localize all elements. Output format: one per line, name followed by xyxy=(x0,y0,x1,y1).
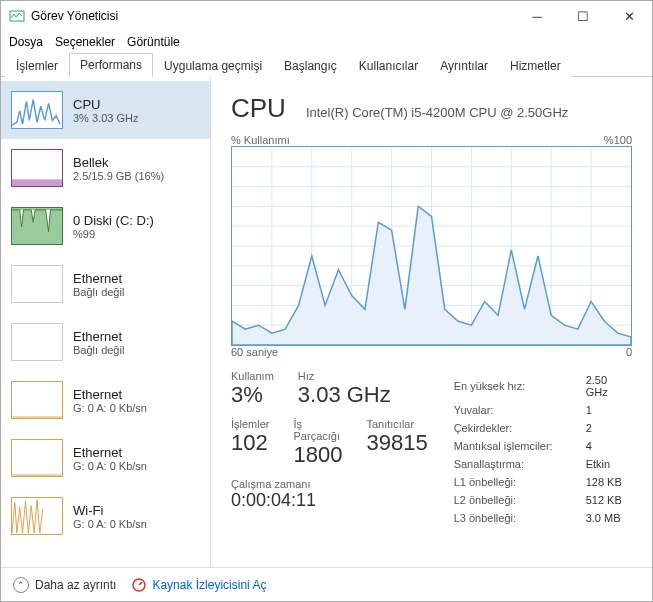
menu-view[interactable]: Görüntüle xyxy=(127,35,180,49)
menu-file[interactable]: Dosya xyxy=(9,35,43,49)
footer: ⌃ Daha az ayrıntı Kaynak İzleyicisini Aç xyxy=(1,567,652,601)
fewer-details-link[interactable]: ⌃ Daha az ayrıntı xyxy=(13,577,116,593)
sidebar-item-sub: Bağlı değil xyxy=(73,286,124,298)
sidebar-item-sub: G: 0 A: 0 Kb/sn xyxy=(73,402,147,414)
cores-label: Çekirdekler: xyxy=(454,420,584,436)
chart-bottom-left-label: 60 saniye xyxy=(231,346,278,358)
sidebar-item-label: Wi-Fi xyxy=(73,503,147,518)
menu-options[interactable]: Seçenekler xyxy=(55,35,115,49)
tab-details[interactable]: Ayrıntılar xyxy=(429,54,499,77)
sidebar-item-wifi[interactable]: Wi-FiG: 0 A: 0 Kb/sn xyxy=(1,487,210,545)
sidebar-item-cpu[interactable]: CPU3% 3.03 GHz xyxy=(1,81,210,139)
tab-users[interactable]: Kullanıcılar xyxy=(348,54,429,77)
logical-label: Mantıksal işlemciler: xyxy=(454,438,584,454)
open-resmon-label: Kaynak İzleyicisini Aç xyxy=(152,578,266,592)
l1-label: L1 önbelleği: xyxy=(454,474,584,490)
open-resmon-link[interactable]: Kaynak İzleyicisini Aç xyxy=(132,578,266,592)
main-header: CPU Intel(R) Core(TM) i5-4200M CPU @ 2.5… xyxy=(231,93,632,124)
l1-value: 128 KB xyxy=(586,474,630,490)
sidebar-item-ethernet-4[interactable]: EthernetG: 0 A: 0 Kb/sn xyxy=(1,429,210,487)
tab-performance[interactable]: Performans xyxy=(69,53,153,77)
window-controls: ─ ☐ ✕ xyxy=(514,1,652,31)
tab-startup[interactable]: Başlangıç xyxy=(273,54,348,77)
chart-top-right-label: %100 xyxy=(604,134,632,146)
svg-line-24 xyxy=(139,582,142,585)
sidebar-item-label: Ethernet xyxy=(73,387,147,402)
speed-value: 3.03 GHz xyxy=(298,382,391,408)
chart-bottom-right-label: 0 xyxy=(626,346,632,358)
thumb-ethernet xyxy=(11,323,63,361)
thumb-memory xyxy=(11,149,63,187)
uptime-value: 0:00:04:11 xyxy=(231,490,428,511)
threads-value: 1800 xyxy=(294,442,343,468)
processes-label: İşlemler xyxy=(231,418,270,430)
sidebar-item-label: Ethernet xyxy=(73,271,124,286)
titlebar: Görev Yöneticisi ─ ☐ ✕ xyxy=(1,1,652,31)
maximize-button[interactable]: ☐ xyxy=(560,1,606,31)
sidebar-item-label: Ethernet xyxy=(73,329,124,344)
sidebar-item-label: CPU xyxy=(73,97,138,112)
tab-processes[interactable]: İşlemler xyxy=(5,54,69,77)
main: CPU Intel(R) Core(TM) i5-4200M CPU @ 2.5… xyxy=(211,77,652,567)
fewer-details-label: Daha az ayrıntı xyxy=(35,578,116,592)
sidebar-item-ethernet-3[interactable]: EthernetG: 0 A: 0 Kb/sn xyxy=(1,371,210,429)
l2-label: L2 önbelleği: xyxy=(454,492,584,508)
sidebar-item-sub: 3% 3.03 GHz xyxy=(73,112,138,124)
l3-value: 3.0 MB xyxy=(586,510,630,526)
svg-rect-1 xyxy=(12,179,62,186)
chevron-up-icon: ⌃ xyxy=(13,577,29,593)
usage-value: 3% xyxy=(231,382,274,408)
sidebar-item-sub: 2.5/15.9 GB (16%) xyxy=(73,170,164,182)
stats: Kullanım3% Hız3.03 GHz İşlemler102 İş Pa… xyxy=(231,370,632,528)
thumb-cpu xyxy=(11,91,63,129)
l2-value: 512 KB xyxy=(586,492,630,508)
sidebar-item-ethernet-2[interactable]: EthernetBağlı değil xyxy=(1,313,210,371)
thumb-disk xyxy=(11,207,63,245)
resmon-icon xyxy=(132,578,146,592)
svg-rect-2 xyxy=(12,208,62,244)
sidebar-item-sub: G: 0 A: 0 Kb/sn xyxy=(73,460,147,472)
maxspeed-value: 2.50 GHz xyxy=(586,372,630,400)
page-title: CPU xyxy=(231,93,286,124)
specs: En yüksek hız:2.50 GHz Yuvalar:1 Çekirde… xyxy=(452,370,632,528)
menubar: Dosya Seçenekler Görüntüle xyxy=(1,31,652,53)
sockets-label: Yuvalar: xyxy=(454,402,584,418)
sockets-value: 1 xyxy=(586,402,630,418)
cpu-chart xyxy=(231,146,632,346)
thumb-ethernet xyxy=(11,439,63,477)
close-button[interactable]: ✕ xyxy=(606,1,652,31)
thumb-wifi xyxy=(11,497,63,535)
cpu-model: Intel(R) Core(TM) i5-4200M CPU @ 2.50GHz xyxy=(306,105,568,120)
maxspeed-label: En yüksek hız: xyxy=(454,372,584,400)
thumb-ethernet xyxy=(11,381,63,419)
virt-label: Sanallaştırma: xyxy=(454,456,584,472)
speed-label: Hız xyxy=(298,370,391,382)
content: CPU3% 3.03 GHz Bellek2.5/15.9 GB (16%) 0… xyxy=(1,77,652,567)
sidebar-item-sub: %99 xyxy=(73,228,154,240)
thumb-ethernet xyxy=(11,265,63,303)
uptime-label: Çalışma zamanı xyxy=(231,478,428,490)
threads-label: İş Parçacığı xyxy=(294,418,343,442)
cores-value: 2 xyxy=(586,420,630,436)
sidebar-item-label: Bellek xyxy=(73,155,164,170)
usage-label: Kullanım xyxy=(231,370,274,382)
handles-value: 39815 xyxy=(366,430,427,456)
sidebar-item-label: 0 Diski (C: D:) xyxy=(73,213,154,228)
l3-label: L3 önbelleği: xyxy=(454,510,584,526)
virt-value: Etkin xyxy=(586,456,630,472)
processes-value: 102 xyxy=(231,430,270,456)
tab-apphistory[interactable]: Uygulama geçmişi xyxy=(153,54,273,77)
tab-services[interactable]: Hizmetler xyxy=(499,54,572,77)
sidebar-item-disk[interactable]: 0 Diski (C: D:)%99 xyxy=(1,197,210,255)
sidebar-item-label: Ethernet xyxy=(73,445,147,460)
tabs: İşlemler Performans Uygulama geçmişi Baş… xyxy=(1,53,652,77)
sidebar-item-ethernet-1[interactable]: EthernetBağlı değil xyxy=(1,255,210,313)
sidebar-item-memory[interactable]: Bellek2.5/15.9 GB (16%) xyxy=(1,139,210,197)
sidebar: CPU3% 3.03 GHz Bellek2.5/15.9 GB (16%) 0… xyxy=(1,77,211,567)
minimize-button[interactable]: ─ xyxy=(514,1,560,31)
app-icon xyxy=(9,8,25,24)
chart-top-left-label: % Kullanımı xyxy=(231,134,290,146)
window-title: Görev Yöneticisi xyxy=(31,9,514,23)
sidebar-item-sub: Bağlı değil xyxy=(73,344,124,356)
sidebar-item-sub: G: 0 A: 0 Kb/sn xyxy=(73,518,147,530)
